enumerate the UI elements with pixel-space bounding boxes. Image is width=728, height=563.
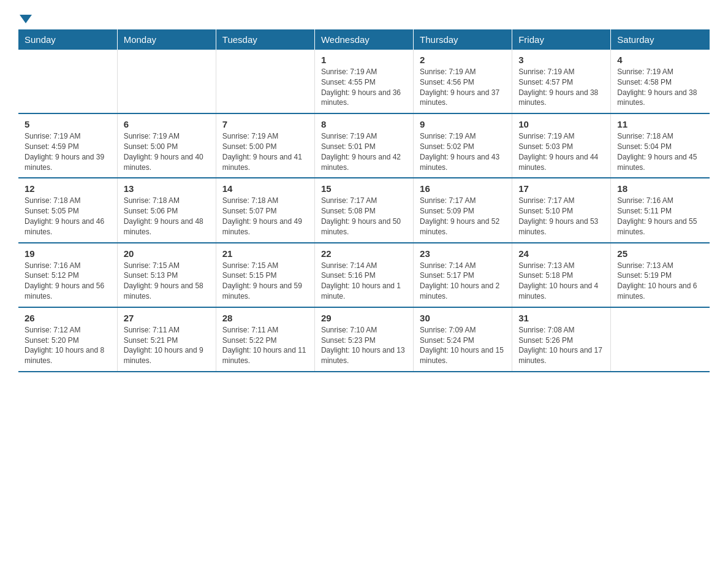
day-number: 9	[420, 119, 506, 129]
calendar-cell	[216, 50, 314, 113]
header-thursday: Thursday	[414, 29, 512, 50]
day-info: Sunrise: 7:19 AM Sunset: 5:00 PM Dayligh…	[124, 131, 210, 172]
calendar-cell	[18, 50, 117, 113]
day-info: Sunrise: 7:08 AM Sunset: 5:26 PM Dayligh…	[518, 325, 604, 366]
day-info: Sunrise: 7:17 AM Sunset: 5:09 PM Dayligh…	[420, 196, 506, 237]
logo	[18, 12, 33, 23]
day-number: 27	[124, 313, 210, 323]
day-number: 28	[222, 313, 308, 323]
calendar-cell: 29Sunrise: 7:10 AM Sunset: 5:23 PM Dayli…	[314, 307, 413, 372]
header-saturday: Saturday	[611, 29, 710, 50]
calendar-table: SundayMondayTuesdayWednesdayThursdayFrid…	[18, 29, 710, 372]
day-info: Sunrise: 7:17 AM Sunset: 5:10 PM Dayligh…	[518, 196, 604, 237]
calendar-header-row: SundayMondayTuesdayWednesdayThursdayFrid…	[18, 29, 710, 50]
day-number: 12	[25, 183, 111, 194]
calendar-cell: 18Sunrise: 7:16 AM Sunset: 5:11 PM Dayli…	[611, 178, 710, 242]
calendar-cell: 3Sunrise: 7:19 AM Sunset: 4:57 PM Daylig…	[512, 50, 611, 113]
day-info: Sunrise: 7:17 AM Sunset: 5:08 PM Dayligh…	[321, 196, 407, 237]
header-monday: Monday	[117, 29, 216, 50]
day-number: 10	[518, 119, 604, 129]
day-info: Sunrise: 7:16 AM Sunset: 5:11 PM Dayligh…	[617, 196, 703, 237]
calendar-cell: 2Sunrise: 7:19 AM Sunset: 4:56 PM Daylig…	[414, 50, 512, 113]
day-number: 17	[518, 183, 604, 194]
calendar-cell: 24Sunrise: 7:13 AM Sunset: 5:18 PM Dayli…	[512, 243, 611, 307]
day-number: 30	[420, 313, 506, 323]
day-number: 16	[420, 183, 506, 194]
day-number: 2	[420, 55, 506, 65]
calendar-cell: 14Sunrise: 7:18 AM Sunset: 5:07 PM Dayli…	[216, 178, 314, 242]
day-info: Sunrise: 7:19 AM Sunset: 4:55 PM Dayligh…	[321, 67, 407, 108]
day-info: Sunrise: 7:18 AM Sunset: 5:06 PM Dayligh…	[124, 196, 210, 237]
week-row-3: 12Sunrise: 7:18 AM Sunset: 5:05 PM Dayli…	[18, 178, 710, 242]
day-info: Sunrise: 7:19 AM Sunset: 4:59 PM Dayligh…	[25, 131, 111, 172]
day-number: 5	[25, 119, 111, 129]
day-info: Sunrise: 7:11 AM Sunset: 5:21 PM Dayligh…	[124, 325, 210, 366]
calendar-cell: 25Sunrise: 7:13 AM Sunset: 5:19 PM Dayli…	[611, 243, 710, 307]
calendar-cell: 30Sunrise: 7:09 AM Sunset: 5:24 PM Dayli…	[414, 307, 512, 372]
calendar-cell: 28Sunrise: 7:11 AM Sunset: 5:22 PM Dayli…	[216, 307, 314, 372]
calendar-cell: 8Sunrise: 7:19 AM Sunset: 5:01 PM Daylig…	[314, 113, 413, 178]
calendar-cell: 15Sunrise: 7:17 AM Sunset: 5:08 PM Dayli…	[314, 178, 413, 242]
logo-arrow-icon	[20, 15, 32, 23]
day-info: Sunrise: 7:16 AM Sunset: 5:12 PM Dayligh…	[25, 261, 111, 302]
calendar-cell: 20Sunrise: 7:15 AM Sunset: 5:13 PM Dayli…	[117, 243, 216, 307]
calendar-cell: 27Sunrise: 7:11 AM Sunset: 5:21 PM Dayli…	[117, 307, 216, 372]
header-wednesday: Wednesday	[314, 29, 413, 50]
calendar-cell: 5Sunrise: 7:19 AM Sunset: 4:59 PM Daylig…	[18, 113, 117, 178]
calendar-cell: 10Sunrise: 7:19 AM Sunset: 5:03 PM Dayli…	[512, 113, 611, 178]
day-info: Sunrise: 7:19 AM Sunset: 5:01 PM Dayligh…	[321, 131, 407, 172]
day-number: 21	[222, 248, 308, 259]
day-info: Sunrise: 7:12 AM Sunset: 5:20 PM Dayligh…	[25, 325, 111, 366]
day-number: 8	[321, 119, 407, 129]
day-number: 23	[420, 248, 506, 259]
calendar-cell: 31Sunrise: 7:08 AM Sunset: 5:26 PM Dayli…	[512, 307, 611, 372]
day-number: 26	[25, 313, 111, 323]
week-row-2: 5Sunrise: 7:19 AM Sunset: 4:59 PM Daylig…	[18, 113, 710, 178]
day-info: Sunrise: 7:19 AM Sunset: 4:58 PM Dayligh…	[617, 67, 703, 108]
calendar-cell: 22Sunrise: 7:14 AM Sunset: 5:16 PM Dayli…	[314, 243, 413, 307]
calendar-cell: 4Sunrise: 7:19 AM Sunset: 4:58 PM Daylig…	[611, 50, 710, 113]
week-row-1: 1Sunrise: 7:19 AM Sunset: 4:55 PM Daylig…	[18, 50, 710, 113]
day-info: Sunrise: 7:13 AM Sunset: 5:18 PM Dayligh…	[518, 261, 604, 302]
week-row-4: 19Sunrise: 7:16 AM Sunset: 5:12 PM Dayli…	[18, 243, 710, 307]
day-info: Sunrise: 7:15 AM Sunset: 5:13 PM Dayligh…	[124, 261, 210, 302]
calendar-cell: 21Sunrise: 7:15 AM Sunset: 5:15 PM Dayli…	[216, 243, 314, 307]
day-info: Sunrise: 7:19 AM Sunset: 4:56 PM Dayligh…	[420, 67, 506, 108]
day-number: 20	[124, 248, 210, 259]
header-sunday: Sunday	[18, 29, 117, 50]
calendar-cell: 9Sunrise: 7:19 AM Sunset: 5:02 PM Daylig…	[414, 113, 512, 178]
day-info: Sunrise: 7:18 AM Sunset: 5:04 PM Dayligh…	[617, 131, 703, 172]
day-number: 7	[222, 119, 308, 129]
calendar-cell: 12Sunrise: 7:18 AM Sunset: 5:05 PM Dayli…	[18, 178, 117, 242]
calendar-cell: 13Sunrise: 7:18 AM Sunset: 5:06 PM Dayli…	[117, 178, 216, 242]
day-info: Sunrise: 7:09 AM Sunset: 5:24 PM Dayligh…	[420, 325, 506, 366]
day-number: 11	[617, 119, 703, 129]
day-info: Sunrise: 7:11 AM Sunset: 5:22 PM Dayligh…	[222, 325, 308, 366]
calendar-cell: 6Sunrise: 7:19 AM Sunset: 5:00 PM Daylig…	[117, 113, 216, 178]
day-number: 4	[617, 55, 703, 65]
day-number: 24	[518, 248, 604, 259]
day-number: 3	[518, 55, 604, 65]
day-number: 6	[124, 119, 210, 129]
day-info: Sunrise: 7:18 AM Sunset: 5:07 PM Dayligh…	[222, 196, 308, 237]
day-number: 31	[518, 313, 604, 323]
day-info: Sunrise: 7:14 AM Sunset: 5:16 PM Dayligh…	[321, 261, 407, 302]
header-tuesday: Tuesday	[216, 29, 314, 50]
day-number: 22	[321, 248, 407, 259]
day-info: Sunrise: 7:19 AM Sunset: 5:03 PM Dayligh…	[518, 131, 604, 172]
day-number: 29	[321, 313, 407, 323]
calendar-cell: 19Sunrise: 7:16 AM Sunset: 5:12 PM Dayli…	[18, 243, 117, 307]
day-number: 18	[617, 183, 703, 194]
week-row-5: 26Sunrise: 7:12 AM Sunset: 5:20 PM Dayli…	[18, 307, 710, 372]
calendar-cell: 1Sunrise: 7:19 AM Sunset: 4:55 PM Daylig…	[314, 50, 413, 113]
day-info: Sunrise: 7:18 AM Sunset: 5:05 PM Dayligh…	[25, 196, 111, 237]
day-info: Sunrise: 7:19 AM Sunset: 5:00 PM Dayligh…	[222, 131, 308, 172]
day-info: Sunrise: 7:19 AM Sunset: 4:57 PM Dayligh…	[518, 67, 604, 108]
day-number: 1	[321, 55, 407, 65]
day-info: Sunrise: 7:19 AM Sunset: 5:02 PM Dayligh…	[420, 131, 506, 172]
day-number: 15	[321, 183, 407, 194]
day-info: Sunrise: 7:13 AM Sunset: 5:19 PM Dayligh…	[617, 261, 703, 302]
day-number: 14	[222, 183, 308, 194]
calendar-cell	[117, 50, 216, 113]
calendar-cell: 26Sunrise: 7:12 AM Sunset: 5:20 PM Dayli…	[18, 307, 117, 372]
